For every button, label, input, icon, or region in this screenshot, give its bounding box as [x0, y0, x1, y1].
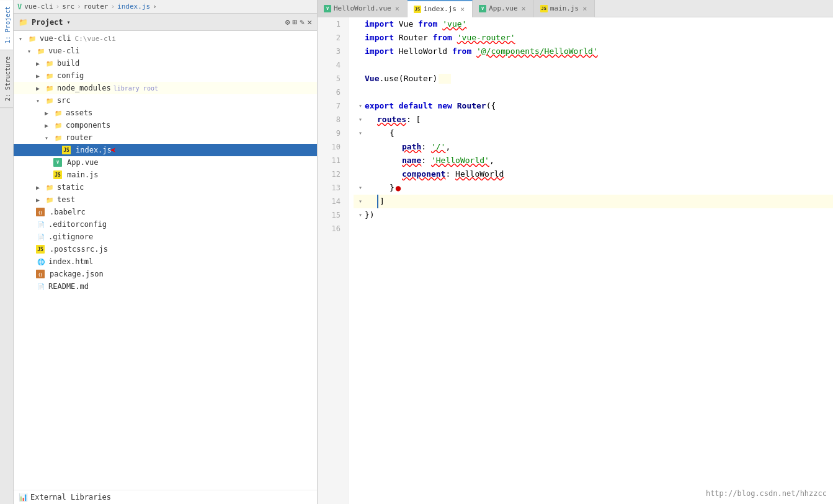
sep3: › [110, 2, 115, 11]
label-node-modules: node_modules [57, 84, 111, 92]
panel-dropdown-icon[interactable]: ▾ [67, 19, 71, 25]
tree-item-test[interactable]: ▶ 📁 test [14, 193, 317, 206]
tree-item-src[interactable]: ▾ 📁 src [14, 94, 317, 107]
linenum-13: 13 [325, 181, 341, 195]
watermark: http://blog.csdn.net/hhzzcc [706, 489, 827, 498]
linenum-12: 12 [325, 167, 341, 181]
layout-icon[interactable]: ⊞ [293, 17, 298, 27]
tab-icon-mainjs: JS [540, 5, 548, 12]
label-readme: README.md [48, 282, 89, 291]
editor-tabs: V HelloWorld.vue × JS index.js × V App.v… [318, 0, 833, 17]
ext-libs-icon: 📊 [19, 493, 28, 502]
breadcrumb-router: router [84, 2, 109, 11]
tree-item-build[interactable]: ▶ 📁 build [14, 57, 317, 69]
folder-icon-router: 📁 [53, 133, 63, 143]
tree-item-app-vue[interactable]: V App.vue [14, 156, 317, 169]
tree-item-vue-cli-root[interactable]: ▾ 📁 vue-cli C:\vue-cli [14, 32, 317, 45]
folder-icon-components: 📁 [53, 120, 63, 130]
label-router: router [66, 133, 92, 142]
close-panel-icon[interactable]: ✕ [307, 17, 312, 27]
label-index-html: index.html [48, 257, 93, 266]
panel-title: 📁 Project ▾ [19, 18, 71, 27]
label-package-json: package.json [50, 270, 104, 278]
tree-item-gitignore[interactable]: 📄 .gitignore [14, 231, 317, 243]
code-line-11: name: 'HelloWorld', [354, 154, 833, 167]
tree-item-main-js[interactable]: JS main.js [14, 169, 317, 181]
tree-item-index-html[interactable]: 🌐 index.html [14, 255, 317, 268]
panel-header: 📁 Project ▾ ⚙ ⊞ ✎ ✕ [14, 14, 317, 31]
arrow-router: ▾ [45, 135, 53, 141]
code-line-5: Vue.use(Router) [354, 72, 833, 86]
code-editor[interactable]: 1 2 3 4 5 6 7 8 9 10 11 12 13 14 15 16 i… [318, 17, 833, 504]
label-gitignore: .gitignore [48, 232, 93, 241]
json-icon-babelrc: {} [36, 208, 45, 216]
folder-icon-test: 📁 [45, 195, 55, 205]
tab-close-mainjs[interactable]: × [581, 4, 588, 13]
tree-item-assets[interactable]: ▶ 📁 assets [14, 107, 317, 119]
folder-icon-src: 📁 [45, 95, 55, 105]
panel-actions: ⚙ ⊞ ✎ ✕ [285, 17, 312, 27]
sep1: › [56, 2, 60, 11]
linenum-3: 3 [325, 45, 341, 58]
tree-item-index-js[interactable]: JS index.js ➤ [14, 144, 317, 156]
arrow-assets: ▶ [45, 110, 53, 117]
tree-item-static[interactable]: ▶ 📁 static [14, 181, 317, 193]
editor-area: V HelloWorld.vue × JS index.js × V App.v… [318, 0, 833, 504]
label-babelrc: .babelrc [50, 208, 86, 216]
structure-tab[interactable]: 2: Structure [0, 50, 13, 108]
tab-close-appvue[interactable]: × [520, 4, 527, 13]
tree-item-components[interactable]: ▶ 📁 components [14, 119, 317, 131]
code-content[interactable]: import Vue from 'vue' import Router from… [349, 17, 833, 504]
code-line-6 [354, 86, 833, 99]
tree-item-readme[interactable]: 📄 README.md [14, 280, 317, 293]
file-icon-gitignore: 📄 [36, 232, 46, 242]
tree-item-package-json[interactable]: {} package.json [14, 268, 317, 280]
tree-item-router[interactable]: ▾ 📁 router [14, 131, 317, 144]
tab-app-vue[interactable]: V App.vue × [473, 0, 534, 17]
tree-item-editorconfig[interactable]: 📄 .editorconfig [14, 218, 317, 231]
label-src: src [57, 96, 71, 105]
js-icon-index: JS [62, 146, 71, 154]
linenum-10: 10 [325, 140, 341, 154]
folder-icon-vue-cli: 📁 [36, 46, 46, 56]
tab-label-appvue: App.vue [489, 4, 517, 12]
file-icon-editorconfig: 📄 [36, 219, 46, 229]
code-line-10: path: '/', [354, 140, 833, 154]
tab-helloworld-vue[interactable]: V HelloWorld.vue × [318, 0, 408, 17]
code-line-4 [354, 58, 833, 72]
arrow-build: ▶ [36, 60, 45, 67]
arrow-vue-cli: ▾ [27, 48, 36, 55]
tab-main-js[interactable]: JS main.js × [534, 0, 595, 17]
file-tree: ▾ 📁 vue-cli C:\vue-cli ▾ 📁 vue-cli ▶ 📁 b… [14, 31, 317, 490]
label-postcssrc: .postcssrc.js [50, 245, 108, 254]
folder-icon: 📁 [19, 18, 28, 27]
tree-item-babelrc[interactable]: {} .babelrc [14, 206, 317, 218]
tab-close-helloworld[interactable]: × [394, 4, 401, 13]
tree-item-vue-cli[interactable]: ▾ 📁 vue-cli [14, 45, 317, 57]
tree-item-node-modules[interactable]: ▶ 📁 node_modules library root [14, 82, 317, 94]
arrow-indicator: ➤ [110, 144, 116, 156]
file-icon-index-html: 🌐 [36, 257, 46, 267]
tree-item-postcssrc[interactable]: JS .postcssrc.js [14, 243, 317, 255]
label-main-js: main.js [67, 170, 99, 179]
arrow-src: ▾ [36, 97, 45, 104]
js-icon-main: JS [53, 170, 62, 179]
breadcrumb-app: vue-cli [24, 2, 53, 11]
code-line-2: import Router from 'vue-router' [354, 31, 833, 45]
config-icon[interactable]: ✎ [300, 17, 305, 27]
arrow-static: ▶ [36, 184, 45, 191]
settings-icon[interactable]: ⚙ [285, 17, 290, 27]
folder-icon-config: 📁 [45, 71, 55, 81]
tab-close-indexjs[interactable]: × [459, 5, 466, 14]
external-libraries[interactable]: 📊 External Libraries [14, 490, 317, 504]
label-config: config [57, 71, 84, 80]
ext-libs-label: External Libraries [30, 493, 111, 502]
project-tab[interactable]: 1: Project [0, 0, 13, 50]
tab-index-js[interactable]: JS index.js × [408, 0, 473, 17]
tree-item-config[interactable]: ▶ 📁 config [14, 69, 317, 82]
arrow-test: ▶ [36, 197, 45, 203]
code-line-7: ▾ export default new Router({ [354, 99, 833, 113]
linenum-8: 8 [325, 113, 341, 126]
tab-label-helloworld: HelloWorld.vue [334, 4, 391, 12]
code-line-1: import Vue from 'vue' [354, 17, 833, 31]
